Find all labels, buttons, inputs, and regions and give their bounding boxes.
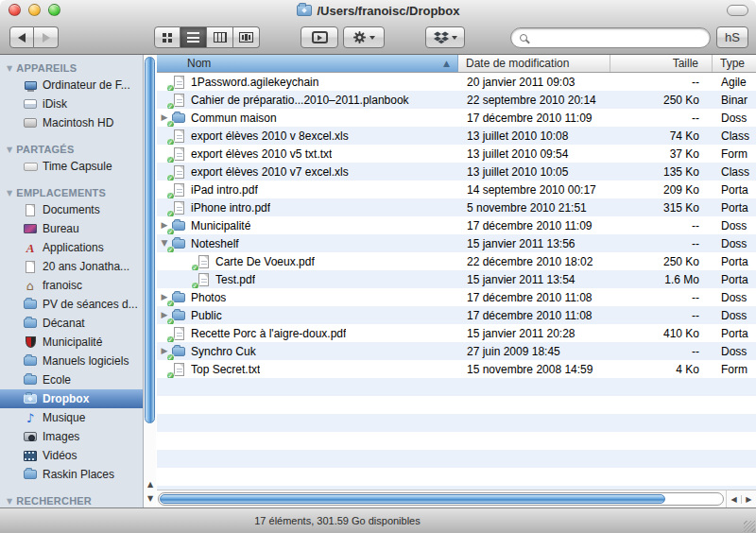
table-row[interactable]: ▶ ✓ Commun maison 17 décembre 2010 11:09…	[157, 109, 756, 127]
sidebar-section-emplacements[interactable]: ▼ EMPLACEMENTS	[0, 185, 143, 200]
finder-window: /Users/franoisc/Dropbox	[0, 0, 756, 533]
file-type: Binar	[713, 94, 756, 107]
sidebar-item-d-canat[interactable]: Décanat	[0, 314, 143, 333]
sidebar-item-label: Applications	[43, 241, 104, 254]
sidebar-item-manuels-logiciels[interactable]: Manuels logiciels	[0, 352, 143, 370]
file-type: Porta	[713, 255, 756, 268]
sidebar-item-ordinateur-de-f[interactable]: Ordinateur de F...	[0, 76, 143, 95]
table-row[interactable]: ▶ ✓ Photos 17 décembre 2010 11:08 -- Dos…	[157, 288, 756, 306]
toolbar-toggle-button[interactable]	[727, 5, 748, 16]
horizontal-scroll-arrows: ◀ ▶	[726, 490, 756, 507]
file-name: export élèves 2010 v7 excel.xls	[191, 165, 349, 179]
sidebar-item-macintosh-hd[interactable]: Macintosh HD	[0, 113, 143, 132]
table-row[interactable]: ✓ export élèves 2010 v 8excel.xls 13 jui…	[157, 127, 756, 145]
sidebar-scrollbar-thumb[interactable]	[145, 57, 155, 423]
table-row[interactable]: ▶ ✓ Synchro Cuk 27 juin 2009 18:45 -- Do…	[157, 342, 756, 360]
dropbox-menu-button[interactable]	[425, 26, 465, 48]
table-row[interactable]: ✓ Cahier de préparatio...2010–2011.planb…	[157, 91, 756, 109]
table-row[interactable]: ✓ export élèves 2010 v5 txt.txt 13 juill…	[157, 145, 756, 163]
sidebar-section: ▼ RECHERCHER	[0, 493, 143, 507]
list-header: Nom ▲ Date de modification Taille Type	[157, 55, 756, 73]
sidebar-item-bureau[interactable]: Bureau	[0, 219, 143, 238]
scroll-down-arrow[interactable]: ▼	[144, 492, 157, 506]
file-size: 209 Ko	[610, 183, 713, 197]
file-type: Porta	[713, 183, 756, 197]
column-header-nom[interactable]: Nom ▲	[157, 55, 458, 72]
disclosure-triangle-icon: ▼	[7, 497, 12, 506]
back-button[interactable]	[9, 26, 34, 48]
icon-view-button[interactable]	[154, 26, 180, 48]
horizontal-scrollbar-track[interactable]	[158, 492, 724, 506]
gear-icon	[352, 30, 367, 44]
search-icon	[520, 34, 527, 42]
file-type: Doss	[713, 345, 756, 358]
sidebar-item-time-capsule[interactable]: Time Capsule	[0, 157, 143, 176]
file-date: 22 septembre 2010 20:14	[458, 94, 610, 107]
sidebar-scrollbar[interactable]: ▲ ▼	[143, 55, 156, 507]
table-row[interactable]: ✓ iPhone intro.pdf 5 novembre 2010 21:51…	[157, 198, 756, 216]
titlebar[interactable]: /Users/franoisc/Dropbox	[0, 0, 756, 21]
sidebar-item-label: PV de séances d...	[43, 298, 138, 311]
horizontal-scrollbar[interactable]: ◀ ▶	[157, 490, 756, 507]
table-row[interactable]: ✓ Top Secret.txt 15 novembre 2008 14:59 …	[157, 360, 756, 378]
sidebar-section-appareils[interactable]: ▼ APPAREILS	[0, 60, 143, 76]
search-field[interactable]	[510, 27, 711, 48]
resize-grip[interactable]	[744, 521, 755, 532]
sidebar-item-20-ans-jonatha[interactable]: 20 ans Jonatha...	[0, 257, 143, 276]
sidebar-item-musique[interactable]: ♪ Musique	[0, 408, 143, 427]
table-row[interactable]: ✓ Carte De Voeux.pdf 22 décembre 2010 18…	[157, 252, 756, 270]
sidebar-item-applications[interactable]: A Applications	[0, 238, 143, 257]
quick-look-button[interactable]	[301, 26, 338, 48]
sidebar-item-images[interactable]: Images	[0, 427, 143, 446]
sidebar-item-documents[interactable]: Documents	[0, 200, 143, 219]
list-view-button[interactable]	[180, 26, 207, 48]
sidebar-item-pv-de-s-ances-d[interactable]: PV de séances d...	[0, 295, 143, 314]
scroll-right-arrow[interactable]: ▶	[741, 495, 751, 504]
sidebar-item-ecole[interactable]: Ecole	[0, 370, 143, 389]
sidebar-item-label: Décanat	[43, 317, 85, 330]
table-row[interactable]: ▼ ✓ Noteshelf 15 janvier 2011 13:56 -- D…	[157, 234, 756, 252]
hs-button[interactable]: hS	[716, 26, 748, 48]
scroll-up-arrow[interactable]: ▲	[144, 478, 157, 491]
sidebar-item-dropbox[interactable]: Dropbox	[0, 389, 143, 408]
table-row[interactable]: ✓ Test.pdf 15 janvier 2011 13:54 1.6 Mo …	[157, 270, 756, 288]
horizontal-scrollbar-thumb[interactable]	[160, 494, 665, 504]
sidebar-item-municipalit[interactable]: Municipalité	[0, 333, 143, 352]
scroll-left-arrow[interactable]: ◀	[731, 495, 737, 504]
sort-ascending-icon: ▲	[443, 59, 450, 68]
harddrive-icon	[23, 116, 38, 129]
column-header-taille[interactable]: Taille	[610, 55, 713, 72]
sidebar-section-partag-s[interactable]: ▼ PARTAGÉS	[0, 142, 143, 157]
file-name: Noteshelf	[191, 237, 239, 250]
file-date: 17 décembre 2010 11:08	[458, 291, 610, 304]
column-header-type[interactable]: Type	[713, 55, 756, 72]
sidebar-item-franoisc[interactable]: ⌂ franoisc	[0, 276, 143, 295]
sidebar-item-raskin-places[interactable]: Raskin Places	[0, 465, 143, 484]
column-header-date[interactable]: Date de modification	[458, 55, 610, 72]
sidebar-item-idisk[interactable]: iDisk	[0, 95, 143, 113]
column-view-button[interactable]	[207, 26, 233, 48]
file-name: Municipalité	[191, 219, 250, 232]
sync-check-badge: ✓	[166, 210, 175, 217]
table-row[interactable]: ▶ ✓ Public 17 décembre 2010 11:08 -- Dos…	[157, 306, 756, 324]
sidebar-item-label: Musique	[43, 411, 85, 424]
sidebar-item-label: Macintosh HD	[43, 116, 113, 129]
forward-button[interactable]	[34, 26, 59, 48]
file-size: --	[610, 112, 713, 125]
sidebar-section-label: RECHERCHER	[16, 495, 92, 507]
sidebar-item-vid-os[interactable]: Vidéos	[0, 446, 143, 465]
sidebar-section-rechercher[interactable]: ▼ RECHERCHER	[0, 493, 143, 507]
table-row[interactable]: ✓ Recette Porc à l'aigre-doux.pdf 15 jan…	[157, 324, 756, 342]
file-name: Recette Porc à l'aigre-doux.pdf	[191, 327, 346, 340]
table-row[interactable]: ✓ export élèves 2010 v7 excel.xls 13 jui…	[157, 163, 756, 181]
coverflow-view-button[interactable]	[233, 26, 260, 48]
sync-check-badge: ✓	[166, 174, 175, 181]
file-date: 14 septembre 2010 00:17	[458, 183, 610, 197]
action-menu-button[interactable]	[343, 26, 385, 48]
table-row[interactable]: ▶ ✓ Municipalité 17 décembre 2010 11:09 …	[157, 216, 756, 234]
table-row[interactable]: ✓ iPad intro.pdf 14 septembre 2010 00:17…	[157, 181, 756, 198]
disclosure-triangle-icon: ▼	[7, 64, 12, 73]
table-row[interactable]: ✓ 1Password.agilekeychain 20 janvier 201…	[157, 73, 756, 91]
search-input[interactable]	[533, 30, 701, 45]
file-size: --	[610, 345, 713, 358]
